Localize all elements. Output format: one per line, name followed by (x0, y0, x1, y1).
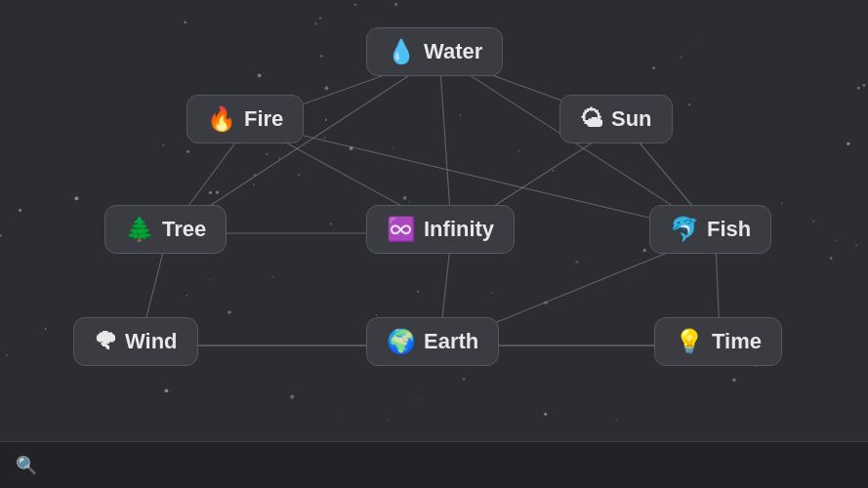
node-water[interactable]: 💧Water (366, 27, 503, 76)
node-infinity[interactable]: ♾️Infinity (366, 205, 515, 254)
earth-emoji: 🌍 (387, 328, 416, 355)
earth-label: Earth (424, 329, 478, 354)
water-label: Water (424, 39, 482, 64)
sun-emoji: 🌤 (580, 105, 603, 133)
infinity-label: Infinity (424, 217, 494, 242)
node-tree[interactable]: 🌲Tree (104, 205, 227, 254)
node-fish[interactable]: 🐬Fish (649, 205, 771, 254)
time-emoji: 💡 (675, 328, 704, 355)
wind-emoji: 🌪 (94, 328, 117, 355)
node-time[interactable]: 💡Time (654, 317, 782, 366)
node-sun[interactable]: 🌤Sun (559, 95, 673, 143)
bottom-bar: 🔍 (0, 441, 868, 488)
sun-label: Sun (611, 106, 652, 132)
node-wind[interactable]: 🌪Wind (73, 317, 198, 366)
tree-label: Tree (162, 217, 206, 242)
fish-label: Fish (707, 217, 751, 242)
fish-emoji: 🐬 (670, 216, 699, 243)
fire-label: Fire (244, 106, 283, 132)
fire-emoji: 🔥 (207, 105, 236, 133)
search-icon: 🔍 (16, 455, 37, 476)
wind-label: Wind (125, 329, 178, 354)
infinity-emoji: ♾️ (387, 216, 416, 243)
tree-emoji: 🌲 (125, 216, 154, 243)
time-label: Time (712, 329, 762, 354)
node-earth[interactable]: 🌍Earth (366, 317, 499, 366)
water-emoji: 💧 (387, 38, 416, 65)
node-fire[interactable]: 🔥Fire (186, 95, 304, 143)
